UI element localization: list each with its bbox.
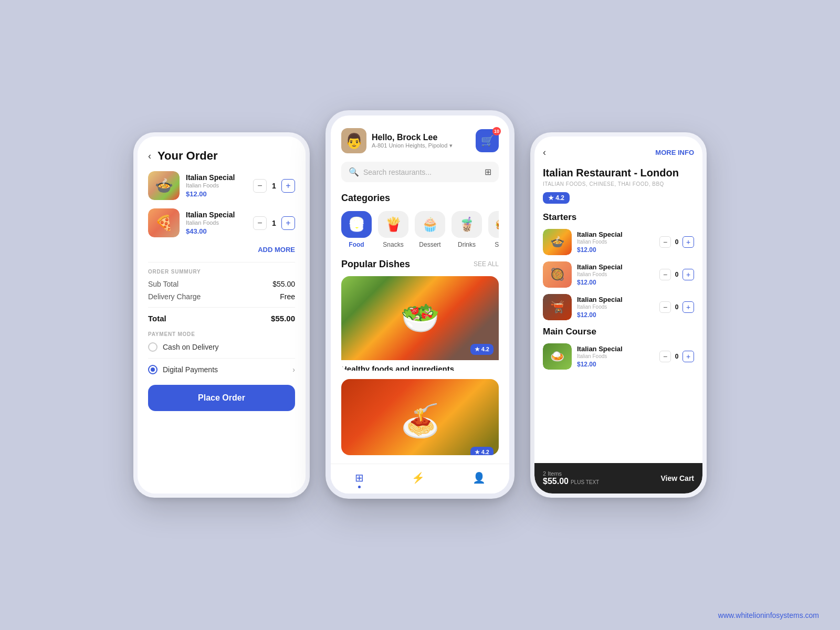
nav-home[interactable]: ⊞ [355,471,364,488]
dessert-icon-box: 🧁 [415,211,445,238]
menu-qty-control: − 0 + [659,351,694,362]
menu-increase-btn[interactable]: + [682,351,694,362]
nav-profile[interactable]: 👤 [472,471,486,488]
quantity-control: − 1 + [253,216,295,230]
search-bar[interactable]: 🔍 Search restaurants... ⊞ [341,162,499,182]
payment-option-digital[interactable]: Digital Payments › [148,365,295,374]
item-category: Italian Foods [186,182,247,188]
decrease-qty-button[interactable]: − [253,179,267,193]
menu-item: 🥘 Italian Special Italian Foods $12.00 −… [543,261,694,288]
dish-image-2: 🍝 ★ 4.2 [341,379,499,455]
add-more-button[interactable]: ADD MORE [148,246,295,254]
menu-item-image: 🫕 [543,294,572,320]
increase-qty-button[interactable]: + [281,216,295,230]
total-value: $55.00 [271,314,295,323]
menu-item-category: Italian Foods [577,304,654,310]
category-snack2[interactable]: 🥪 Snack [488,211,499,248]
increase-qty-button[interactable]: + [281,179,295,193]
menu-item-category: Italian Foods [577,271,654,277]
nav-lightning[interactable]: ⚡ [412,471,425,488]
dish-card-1[interactable]: 🥗 ★ 4.2 Healthy foods and ingredients IT… [341,276,499,371]
menu-decrease-btn[interactable]: − [659,236,671,248]
decrease-qty-button[interactable]: − [253,216,267,230]
menu-item-price: $12.00 [577,246,654,254]
snack2-icon: 🥪 [495,216,499,233]
item-image: 🍕 [148,208,180,237]
phone-right: ‹ MORE INFO Italian Restaurant - London … [530,132,707,498]
category-dessert[interactable]: 🧁 Dessert [415,211,445,248]
restaurant-rating: ★ 4.2 [543,192,570,204]
item-info: Italian Special Italian Foods $43.00 [186,211,247,235]
snack2-label: Snack [495,241,499,248]
drinks-icon: 🧋 [458,216,475,233]
menu-increase-btn[interactable]: + [682,301,694,313]
back-button[interactable]: ‹ [543,147,546,158]
menu-item-info: Italian Special Italian Foods $12.00 [577,296,654,319]
payment-cod-label: Cash on Delivery [163,343,219,351]
menu-qty-num: 0 [674,303,679,311]
search-input[interactable]: Search restaurants... [363,168,480,176]
nav-active-dot [358,486,361,488]
main-course-title: Main Course [543,327,694,337]
restaurant-tags: ITALIAN FOODS, CHINESE, THAI FOOD, BBQ [543,181,694,187]
payment-mode-label: PAYMENT MODE [148,331,295,337]
phone-left: ‹ Your Order 🍲 Italian Special Italian F… [133,132,310,498]
menu-item: 🍛 Italian Special Italian Foods $12.00 −… [543,343,694,370]
payment-option-cod[interactable]: Cash on Delivery [148,342,295,352]
cart-items-count: 2 Items [543,470,599,477]
divider [148,307,295,308]
menu-item-info: Italian Special Italian Foods $12.00 [577,263,654,286]
category-drinks[interactable]: 🧋 Drinks [452,211,482,248]
subtotal-value: $55.00 [272,280,295,288]
menu-increase-btn[interactable]: + [682,236,694,248]
back-button[interactable]: ‹ [148,151,151,162]
dessert-icon: 🧁 [422,216,438,233]
popular-header: Popular Dishes SEE ALL [341,259,499,270]
dish-rating-1: ★ 4.2 [470,344,494,355]
order-summary-label: ORDER SUMMURY [148,269,295,275]
category-snacks[interactable]: 🍟 Snacks [378,211,408,248]
item-image: 🍲 [148,171,180,200]
radio-cod [148,342,158,352]
total-row: Total $55.00 [148,314,295,323]
payment-digital-label: Digital Payments [163,365,218,374]
menu-decrease-btn[interactable]: − [659,301,671,313]
order-screen: ‹ Your Order 🍲 Italian Special Italian F… [138,136,306,494]
cart-price: $55.00PLUS TEXT [543,477,599,486]
menu-item-info: Italian Special Italian Foods $12.00 [577,230,654,254]
lightning-nav-icon: ⚡ [412,471,425,484]
menu-decrease-btn[interactable]: − [659,351,671,362]
category-food[interactable]: 🍔 Food [341,211,372,248]
user-info: 👨 Hello, Brock Lee A-801 Union Heights, … [341,128,453,153]
cart-icon: 🛒 [481,134,494,147]
menu-item: 🍲 Italian Special Italian Foods $12.00 −… [543,229,694,255]
more-info-button[interactable]: MORE INFO [655,149,694,156]
snacks-icon: 🍟 [385,216,402,233]
starters-title: Starters [543,212,694,223]
menu-item-category: Italian Foods [577,353,654,359]
cart-button[interactable]: 🛒 10 [476,129,499,152]
menu-item-image: 🍲 [543,229,572,255]
divider [148,358,295,359]
view-cart-button[interactable]: View Cart [660,474,694,482]
place-order-button[interactable]: Place Order [148,385,295,411]
see-all-button[interactable]: SEE ALL [474,260,499,268]
user-text: Hello, Brock Lee A-801 Union Heights, Pi… [372,133,453,149]
menu-qty-control: − 0 + [659,236,694,248]
filter-icon[interactable]: ⊞ [485,167,491,177]
subtotal-label: Sub Total [148,280,178,288]
dish-card-2[interactable]: 🍝 ★ 4.2 [341,379,499,455]
menu-increase-btn[interactable]: + [682,269,694,280]
snacks-label: Snacks [383,241,403,248]
avatar: 👨 [341,128,366,153]
menu-qty-control: − 0 + [659,269,694,280]
snack2-icon-box: 🥪 [488,211,499,238]
menu-item-name: Italian Special [577,230,654,238]
home-screen: 👨 Hello, Brock Lee A-801 Union Heights, … [331,116,509,464]
avatar-face: 👨 [341,128,366,153]
menu-decrease-btn[interactable]: − [659,269,671,280]
menu-item: 🫕 Italian Special Italian Foods $12.00 −… [543,294,694,320]
drinks-icon-box: 🧋 [452,211,482,238]
categories-row: 🍔 Food 🍟 Snacks 🧁 [341,211,499,248]
profile-nav-icon: 👤 [472,471,486,484]
